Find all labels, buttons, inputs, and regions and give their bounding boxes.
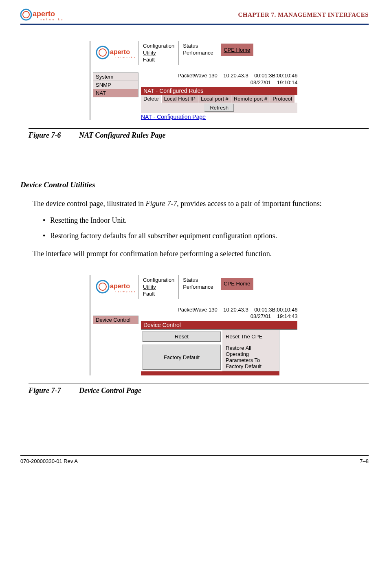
sidebar-item-device-control[interactable]: Device Control xyxy=(93,316,138,324)
nat-rules-table-header: Delete Local Host IP Local port # Remote… xyxy=(141,95,297,103)
nav-status[interactable]: Status xyxy=(183,43,213,50)
svg-text:aperto: aperto xyxy=(110,283,130,290)
svg-text:aperto: aperto xyxy=(33,10,55,18)
sidebar-item-snmp[interactable]: SNMP xyxy=(93,81,138,89)
nav-performance[interactable]: Performance xyxy=(183,284,213,291)
nav-utility[interactable]: Utility xyxy=(143,284,174,291)
device-meta-line1: PacketWave 130 10.20.43.3 00:01:3B:00:10… xyxy=(178,307,297,314)
reset-button[interactable]: Reset xyxy=(142,331,221,342)
nav-col-1: Configuration Utility Fault xyxy=(138,275,178,299)
nav-configuration[interactable]: Configuration xyxy=(143,43,174,50)
nav-col-1: Configuration Utility Fault xyxy=(138,41,178,65)
figure-7-7-screenshot: aperto n e t w o r k s Configuration Uti… xyxy=(90,275,369,375)
th-protocol: Protocol xyxy=(270,95,295,103)
svg-point-1 xyxy=(23,11,29,18)
svg-text:n e t w o r k s: n e t w o r k s xyxy=(115,290,136,293)
nav-configuration[interactable]: Configuration xyxy=(143,277,174,284)
page-footer: 070-20000330-01 Rev A 7–8 xyxy=(20,455,369,464)
chapter-title: CHAPTER 7. MANAGEMENT INTERFACES xyxy=(238,11,369,18)
nav-performance[interactable]: Performance xyxy=(183,50,213,57)
paragraph-1: The device control page, illustrated in … xyxy=(33,198,369,209)
figure-7-7-caption: Figure 7-7 Device Control Page xyxy=(29,386,369,395)
bullet-2: Restoring factory defaults for all subsc… xyxy=(43,230,369,241)
cpe-home-button[interactable]: CPE Home xyxy=(221,278,253,290)
sidebar: System SNMP NAT xyxy=(93,72,138,121)
figure-number: Figure 7-7 xyxy=(29,386,61,395)
bullet-1: Resetting the Indoor Unit. xyxy=(43,215,369,226)
figure-title: Device Control Page xyxy=(79,386,141,395)
svg-text:aperto: aperto xyxy=(110,48,130,55)
nav-col-2: Status Performance xyxy=(178,41,217,65)
sidebar-item-system[interactable]: System xyxy=(93,72,138,81)
svg-point-9 xyxy=(99,283,106,290)
red-strip xyxy=(141,371,279,375)
sidebar-item-nat[interactable]: NAT xyxy=(93,89,138,97)
section-heading: Device Control Utilities xyxy=(20,180,369,189)
nat-configuration-page-link[interactable]: NAT - Configuration Page xyxy=(141,114,297,120)
figure-rule xyxy=(29,384,369,384)
sidebar: Device Control xyxy=(93,316,138,376)
footer-left: 070-20000330-01 Rev A xyxy=(20,458,78,464)
figure-7-6-caption: Figure 7-6 NAT Configured Rules Page xyxy=(29,131,369,140)
figure-number: Figure 7-6 xyxy=(29,131,61,139)
svg-point-8 xyxy=(97,281,109,293)
aperto-logo-icon: aperto n e t w o r k s xyxy=(93,41,138,64)
factory-default-desc: Restore All Operating Parameters To Fact… xyxy=(222,343,279,371)
svg-point-4 xyxy=(97,46,109,59)
figure-7-6-screenshot: aperto n e t w o r k s Configuration Uti… xyxy=(90,41,369,120)
figure-rule xyxy=(29,128,369,129)
aperto-logo-icon: aperto n e t w o r k s xyxy=(93,275,138,298)
svg-point-0 xyxy=(21,9,31,20)
th-remote-port: Remote port # xyxy=(231,95,270,103)
device-meta-line1: PacketWave 130 10.20.43.3 00:01:3B:00:10… xyxy=(178,72,297,79)
th-local-host-ip: Local Host IP xyxy=(162,95,198,103)
aperto-logo: aperto n e t w o r k s xyxy=(20,8,65,21)
nav-status[interactable]: Status xyxy=(183,277,213,284)
reset-desc: Reset The CPE xyxy=(222,330,279,343)
panel-title: NAT - Configured Rules xyxy=(141,87,297,95)
refresh-button[interactable]: Refresh xyxy=(204,103,234,112)
th-delete: Delete xyxy=(141,95,162,103)
paragraph-2: The interface will prompt for confirmati… xyxy=(33,248,369,259)
device-meta-line2: 03/27/01 19:10:14 xyxy=(178,79,297,86)
nav-fault[interactable]: Fault xyxy=(143,57,174,64)
factory-default-button[interactable]: Factory Default xyxy=(142,344,221,370)
cpe-home-button[interactable]: CPE Home xyxy=(221,44,253,56)
svg-text:n e t w o r k s: n e t w o r k s xyxy=(40,18,63,21)
figure-ref: Figure 7-7 xyxy=(145,200,177,208)
nav-utility[interactable]: Utility xyxy=(143,50,174,57)
svg-point-5 xyxy=(99,49,106,56)
panel-title: Device Control xyxy=(141,321,297,329)
th-local-port: Local port # xyxy=(198,95,231,103)
page-header: aperto n e t w o r k s CHAPTER 7. MANAGE… xyxy=(20,8,369,25)
figure-title: NAT Configured Rules Page xyxy=(79,131,166,139)
nav-fault[interactable]: Fault xyxy=(143,291,174,298)
device-control-table: Reset Reset The CPE Factory Default Rest… xyxy=(141,329,297,375)
footer-right: 7–8 xyxy=(360,458,369,464)
bullet-list: Resetting the Indoor Unit. Restoring fac… xyxy=(43,215,369,241)
nav-col-2: Status Performance xyxy=(178,275,217,299)
device-meta-line2: 03/27/01 19:14:43 xyxy=(178,313,297,320)
page: aperto n e t w o r k s CHAPTER 7. MANAGE… xyxy=(0,0,389,476)
svg-text:n e t w o r k s: n e t w o r k s xyxy=(115,56,136,59)
